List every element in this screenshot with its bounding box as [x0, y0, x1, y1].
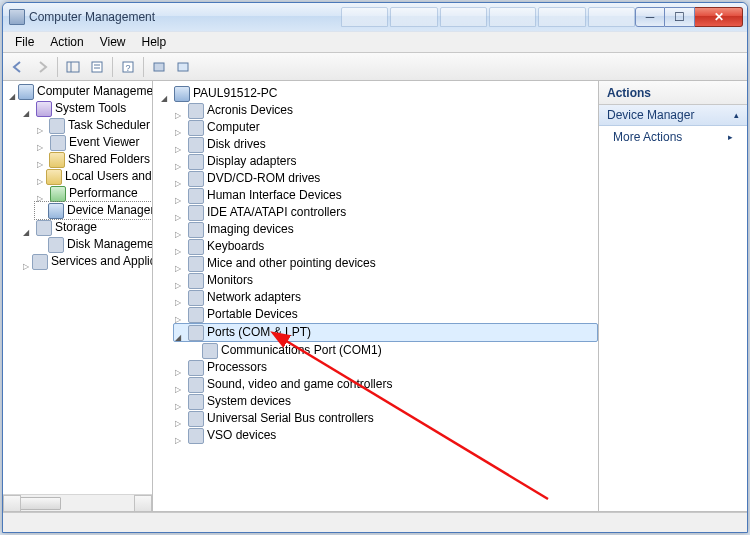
- actions-context-label: Device Manager: [607, 108, 694, 122]
- tree-node-disk-management[interactable]: Disk Management: [35, 236, 152, 253]
- menu-help[interactable]: Help: [134, 33, 175, 51]
- close-button[interactable]: ✕: [695, 7, 743, 27]
- expander-icon[interactable]: [175, 174, 185, 184]
- device-node-root-pc[interactable]: PAUL91512-PC: [159, 85, 598, 102]
- view-style-button[interactable]: [148, 56, 170, 78]
- device-category-node[interactable]: DVD/CD-ROM drives: [173, 170, 598, 187]
- device-category-icon: [188, 171, 204, 187]
- help-button[interactable]: ?: [117, 56, 139, 78]
- storage-icon: [36, 220, 52, 236]
- tree-node-services-applications[interactable]: Services and Applications: [21, 253, 152, 270]
- expander-icon[interactable]: [37, 155, 46, 165]
- tree-node-computer-management[interactable]: Computer Management: [7, 83, 152, 100]
- bg-tab: [341, 7, 388, 27]
- menu-file[interactable]: File: [7, 33, 42, 51]
- maximize-button[interactable]: ☐: [665, 7, 695, 27]
- ports-icon: [188, 325, 204, 341]
- expander-icon[interactable]: [9, 87, 15, 97]
- device-category-node[interactable]: System devices: [173, 393, 598, 410]
- device-category-node[interactable]: Display adapters: [173, 153, 598, 170]
- expander-icon[interactable]: [175, 431, 185, 441]
- device-category-node[interactable]: Mice and other pointing devices: [173, 255, 598, 272]
- expander-icon[interactable]: [175, 328, 185, 338]
- collapse-icon: ▴: [734, 110, 739, 120]
- refresh-button[interactable]: [172, 56, 194, 78]
- expander-icon[interactable]: [175, 208, 185, 218]
- device-category-node[interactable]: Disk drives: [173, 136, 598, 153]
- expander-icon[interactable]: [175, 106, 185, 116]
- expander-icon[interactable]: [37, 138, 47, 148]
- device-category-node[interactable]: Sound, video and game controllers: [173, 376, 598, 393]
- performance-icon: [50, 186, 66, 202]
- device-category-node[interactable]: VSO devices: [173, 427, 598, 444]
- tree-node-performance[interactable]: Performance: [35, 185, 152, 202]
- expander-icon[interactable]: [23, 223, 33, 233]
- expander-icon[interactable]: [23, 104, 33, 114]
- expander-icon[interactable]: [37, 189, 47, 199]
- window-title: Computer Management: [25, 10, 323, 24]
- expander-icon[interactable]: [175, 380, 185, 390]
- properties-button[interactable]: [86, 56, 108, 78]
- device-tree[interactable]: PAUL91512-PC Acronis DevicesComputerDisk…: [153, 81, 598, 448]
- device-category-node[interactable]: Acronis Devices: [173, 102, 598, 119]
- tree-node-task-scheduler[interactable]: Task Scheduler: [35, 117, 152, 134]
- device-category-node[interactable]: Universal Serial Bus controllers: [173, 410, 598, 427]
- node-label: Universal Serial Bus controllers: [207, 410, 374, 427]
- expander-icon[interactable]: [175, 276, 185, 286]
- nav-back-button[interactable]: [7, 56, 29, 78]
- expander-icon[interactable]: [175, 310, 185, 320]
- device-category-node[interactable]: Portable Devices: [173, 306, 598, 323]
- node-label: Display adapters: [207, 153, 296, 170]
- expander-icon[interactable]: [175, 157, 185, 167]
- shared-folders-icon: [49, 152, 65, 168]
- expander-icon[interactable]: [175, 363, 185, 373]
- node-label: Monitors: [207, 272, 253, 289]
- expander-icon[interactable]: [175, 293, 185, 303]
- minimize-button[interactable]: ─: [635, 7, 665, 27]
- device-category-node[interactable]: IDE ATA/ATAPI controllers: [173, 204, 598, 221]
- expander-icon[interactable]: [161, 89, 171, 99]
- actions-context-section[interactable]: Device Manager ▴: [599, 105, 747, 126]
- tree-node-shared-folders[interactable]: Shared Folders: [35, 151, 152, 168]
- console-tree[interactable]: Computer Management System Tools T: [3, 81, 152, 494]
- expander-icon[interactable]: [175, 191, 185, 201]
- device-category-node[interactable]: Network adapters: [173, 289, 598, 306]
- tree-node-storage[interactable]: Storage: [21, 219, 152, 236]
- expander-icon[interactable]: [23, 257, 29, 267]
- device-category-node[interactable]: Human Interface Devices: [173, 187, 598, 204]
- device-category-node[interactable]: Monitors: [173, 272, 598, 289]
- expander-icon[interactable]: [175, 414, 185, 424]
- device-category-node[interactable]: Keyboards: [173, 238, 598, 255]
- show-hide-tree-button[interactable]: [62, 56, 84, 78]
- menu-view[interactable]: View: [92, 33, 134, 51]
- tree-node-system-tools[interactable]: System Tools: [21, 100, 152, 117]
- device-category-node[interactable]: Computer: [173, 119, 598, 136]
- expander-icon[interactable]: [175, 123, 185, 133]
- device-manager-icon: [48, 203, 64, 219]
- nav-forward-button[interactable]: [31, 56, 53, 78]
- local-users-icon: [46, 169, 62, 185]
- more-actions-link[interactable]: More Actions ▸: [599, 126, 747, 148]
- scrollbar-thumb[interactable]: [19, 497, 61, 510]
- expander-icon[interactable]: [175, 242, 185, 252]
- device-node-ports[interactable]: Ports (COM & LPT): [173, 323, 598, 342]
- horizontal-scrollbar[interactable]: [3, 494, 152, 511]
- node-label: Sound, video and game controllers: [207, 376, 392, 393]
- expander-icon[interactable]: [175, 225, 185, 235]
- app-icon: [9, 9, 25, 25]
- expander-icon[interactable]: [175, 259, 185, 269]
- tree-node-event-viewer[interactable]: Event Viewer: [35, 134, 152, 151]
- device-category-node[interactable]: Imaging devices: [173, 221, 598, 238]
- menu-action[interactable]: Action: [42, 33, 91, 51]
- titlebar[interactable]: Computer Management ─ ☐ ✕: [3, 3, 747, 31]
- device-category-node[interactable]: Processors: [173, 359, 598, 376]
- device-node-com1[interactable]: Communications Port (COM1): [187, 342, 598, 359]
- expander-icon[interactable]: [175, 397, 185, 407]
- node-label: Imaging devices: [207, 221, 294, 238]
- tree-node-device-manager[interactable]: Device Manager: [35, 202, 152, 219]
- expander-icon[interactable]: [175, 140, 185, 150]
- node-label: DVD/CD-ROM drives: [207, 170, 320, 187]
- tree-node-local-users[interactable]: Local Users and Groups: [35, 168, 152, 185]
- expander-icon[interactable]: [37, 121, 46, 131]
- expander-icon[interactable]: [37, 172, 43, 182]
